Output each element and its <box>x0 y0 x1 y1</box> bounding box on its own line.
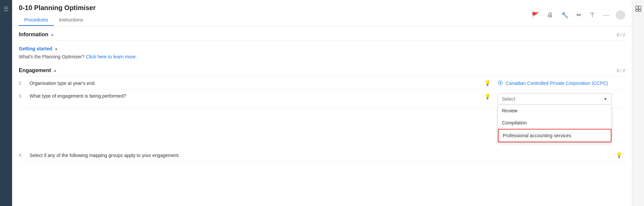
information-collapse-icon[interactable]: ▲ <box>50 32 54 37</box>
question-row-3: 3. What type of engagement is being perf… <box>19 90 625 108</box>
question-row-2: 2. Organisation type at year's end. 💡 ⦿ … <box>19 76 625 90</box>
information-section-header: Information ▲ 0 / 2 <box>19 26 625 41</box>
answer-text-2: Canadian Controlled Private Corporation … <box>506 81 608 86</box>
answer-area-2: ⦿ Canadian Controlled Private Corporatio… <box>498 80 625 86</box>
info-icon-3[interactable]: 💡 <box>484 93 491 100</box>
svg-rect-3 <box>639 10 641 11</box>
more-button[interactable]: ⋯ <box>602 10 610 20</box>
svg-rect-1 <box>639 6 641 9</box>
question-number-2: 2. <box>19 81 26 86</box>
tabs: Procedures Instructions <box>19 14 96 26</box>
dropdown-item-professional[interactable]: Professional accounting services <box>498 129 611 142</box>
header: 0-10 Planning Optimiser Procedures Instr… <box>12 0 632 26</box>
engagement-type-dropdown[interactable]: Select ▼ Review Compilation Professional… <box>498 93 612 105</box>
page-title: 0-10 Planning Optimiser <box>19 4 96 12</box>
question-text-4: Select if any of the following mapping g… <box>30 153 612 158</box>
dropdown-menu: Review Compilation Professional accounti… <box>498 105 612 143</box>
dropdown-item-review[interactable]: Review <box>498 105 611 117</box>
learn-more-link[interactable]: Click here to learn more. <box>86 54 137 59</box>
dropdown-item-compilation[interactable]: Compilation <box>498 117 611 129</box>
header-actions: 🚩 🖨 🔧 ✏ ⊤ ⋯ <box>530 10 625 20</box>
sidebar-menu-icon[interactable]: ☰ <box>3 5 9 13</box>
getting-started-title[interactable]: Getting started ▲ <box>19 46 625 51</box>
information-section-title: Information ▲ <box>19 32 54 38</box>
engagement-collapse-icon[interactable]: ▲ <box>53 68 57 73</box>
print-button[interactable]: 🖨 <box>546 10 554 20</box>
avatar <box>616 10 625 20</box>
content-area: Information ▲ 0 / 2 Getting started ▲ Wh… <box>12 26 632 206</box>
main-content: 0-10 Planning Optimiser Procedures Instr… <box>12 0 632 206</box>
tab-procedures[interactable]: Procedures <box>19 14 54 26</box>
information-count: 0 / 2 <box>617 32 625 37</box>
dropdown-trigger[interactable]: Select ▼ <box>498 93 612 105</box>
right-panel-pages-icon[interactable] <box>635 5 642 14</box>
question-text-3: What type of engagement is being perform… <box>30 93 480 99</box>
edit-button[interactable]: ✏ <box>575 10 583 20</box>
getting-started-collapse-icon[interactable]: ▲ <box>54 46 58 51</box>
dropdown-placeholder: Select <box>502 96 515 102</box>
question-text-2: Organisation type at year's end. <box>30 81 480 86</box>
question-number-3: 3. <box>19 93 26 98</box>
chevron-down-icon: ▼ <box>603 97 607 101</box>
getting-started-text: What's the Planning Optimiser? Click her… <box>19 54 625 59</box>
split-button[interactable]: ⊤ <box>588 10 596 20</box>
svg-rect-0 <box>636 6 638 9</box>
info-icon-2[interactable]: 💡 <box>484 80 491 86</box>
question-row-4: 4. Select if any of the following mappin… <box>19 149 625 162</box>
sidebar: ☰ <box>0 0 12 206</box>
tools-button[interactable]: 🔧 <box>560 10 570 20</box>
header-left: 0-10 Planning Optimiser Procedures Instr… <box>19 4 96 26</box>
radio-selected-2[interactable]: ⦿ <box>498 80 503 86</box>
engagement-section-title: Engagement ▲ <box>19 67 57 73</box>
question-number-4: 4. <box>19 153 26 158</box>
engagement-section: Engagement ▲ 0 / 2 2. Organisation type … <box>19 62 625 162</box>
engagement-count: 0 / 2 <box>617 68 625 73</box>
svg-rect-2 <box>636 10 638 11</box>
tab-instructions[interactable]: Instructions <box>54 14 89 26</box>
answer-area-3: Select ▼ Review Compilation Professional… <box>498 93 625 105</box>
right-panel <box>632 0 644 206</box>
flag-button[interactable]: 🚩 <box>530 10 540 20</box>
engagement-section-header: Engagement ▲ 0 / 2 <box>19 62 625 76</box>
info-icon-4[interactable]: 💡 <box>616 152 623 158</box>
